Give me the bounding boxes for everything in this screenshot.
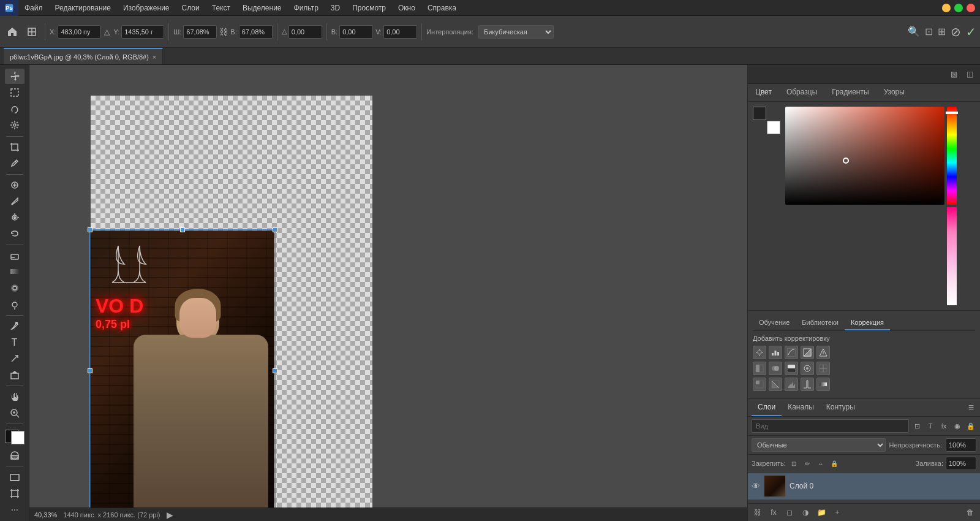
add-mask-button[interactable]: ◻ [783, 506, 796, 519]
gradient-tool[interactable] [5, 264, 24, 280]
h-input[interactable] [239, 25, 273, 39]
menu-window[interactable]: Окно [392, 0, 421, 15]
chain-icon[interactable]: ⛓ [219, 27, 228, 37]
status-arrow[interactable]: ▶ [167, 510, 173, 520]
hskew-input[interactable] [339, 25, 373, 39]
layer-filter-lock[interactable]: 🔒 [965, 420, 976, 432]
eraser-tool[interactable] [5, 248, 24, 264]
cancel-transform-button[interactable]: ⊘ [951, 25, 961, 39]
home-button[interactable] [4, 23, 21, 40]
marquee-tool[interactable] [5, 85, 24, 101]
lock-position-btn[interactable]: ✏ [802, 458, 813, 469]
color-swatches-tool[interactable] [4, 428, 26, 446]
menu-view[interactable]: Просмотр [346, 0, 392, 15]
add-group-button[interactable]: 📁 [815, 506, 827, 519]
more-tools[interactable]: ⋯ [5, 502, 24, 517]
panel-icon-1[interactable]: ▧ [947, 67, 960, 81]
maximize-button[interactable] [954, 4, 963, 12]
tab-close-button[interactable]: × [153, 53, 156, 61]
hue-spectrum[interactable] [947, 107, 957, 205]
transform-btn[interactable] [23, 23, 40, 40]
layer-visibility-toggle[interactable]: 👁 [752, 481, 760, 491]
lock-pixels-btn[interactable]: ⊡ [788, 458, 799, 469]
expand-button[interactable]: ⊞ [938, 26, 946, 37]
eyedropper-tool[interactable] [5, 156, 24, 171]
tab-paths[interactable]: Контуры [820, 399, 861, 416]
minimize-button[interactable] [942, 4, 951, 12]
lock-artboard-btn[interactable]: ↔ [815, 458, 826, 469]
photofilter-btn[interactable] [801, 362, 814, 375]
screen-mode-tool[interactable] [5, 470, 24, 485]
menu-help[interactable]: Справка [421, 0, 462, 15]
levels-btn[interactable] [769, 346, 782, 359]
vskew-input[interactable] [383, 25, 417, 39]
tab-libraries[interactable]: Библиотеки [796, 316, 845, 330]
workspace-button[interactable]: ⊡ [925, 26, 933, 37]
arrow-tool[interactable] [5, 351, 24, 367]
invert-btn[interactable] [769, 378, 782, 391]
blur-tool[interactable] [5, 281, 24, 296]
tab-swatches[interactable]: Образцы [779, 84, 824, 101]
hand-tool[interactable] [5, 389, 24, 405]
layer-filter-color[interactable]: ◉ [952, 420, 963, 432]
curves-btn[interactable] [785, 346, 798, 359]
menu-select[interactable]: Выделение [236, 0, 288, 15]
clone-tool[interactable] [5, 210, 24, 226]
saturation-spectrum[interactable] [947, 207, 957, 305]
document-tab[interactable]: p6lwc1vBGpA.jpg @ 40,3% (Слой 0, RGB/8#)… [4, 48, 163, 64]
w-input[interactable] [183, 25, 217, 39]
layer-filter-name[interactable]: T [925, 420, 936, 432]
move-tool[interactable] [5, 69, 24, 84]
fill-input[interactable] [946, 457, 976, 470]
tab-training[interactable]: Обучение [753, 316, 796, 330]
layer-filter-type[interactable]: ⊡ [911, 420, 922, 432]
tab-channels[interactable]: Каналы [782, 399, 820, 416]
y-input[interactable] [121, 25, 164, 39]
quick-mask-tool[interactable] [5, 448, 24, 463]
tab-gradients[interactable]: Градиенты [824, 84, 876, 101]
hsl-btn[interactable] [753, 362, 766, 375]
pen-tool[interactable] [5, 319, 24, 334]
gradientmap-btn[interactable] [816, 378, 830, 391]
delete-layer-button[interactable]: 🗑 [964, 506, 976, 519]
layer-item-0[interactable]: 👁 Слой 0 [748, 473, 980, 500]
add-layer-button[interactable]: + [831, 506, 843, 519]
panel-icon-2[interactable]: ◫ [963, 67, 976, 81]
menu-image[interactable]: Изображение [117, 0, 176, 15]
tab-color[interactable]: Цвет [748, 84, 779, 101]
tab-patterns[interactable]: Узоры [876, 84, 912, 101]
threshold-btn[interactable] [801, 378, 814, 391]
vibrance-btn[interactable] [816, 346, 830, 359]
opacity-input[interactable] [946, 438, 976, 452]
dodge-tool[interactable] [5, 297, 24, 312]
color-gradient-field[interactable] [785, 107, 944, 205]
menu-layers[interactable]: Слои [176, 0, 206, 15]
exposure-btn[interactable] [801, 346, 814, 359]
menu-text[interactable]: Текст [206, 0, 236, 15]
layers-panel-menu[interactable]: ≡ [966, 402, 976, 413]
rotation-input[interactable] [288, 25, 322, 39]
lasso-tool[interactable] [5, 101, 24, 116]
tab-layers[interactable]: Слои [752, 399, 782, 416]
crop-tool[interactable] [5, 139, 24, 154]
fg-color-swatch[interactable] [753, 107, 766, 120]
zoom-tool[interactable] [5, 406, 24, 421]
menu-3d[interactable]: 3D [325, 0, 346, 15]
tab-correction[interactable]: Коррекция [845, 316, 890, 330]
bg-color-swatch[interactable] [767, 121, 780, 134]
interp-select[interactable]: Бикубическая Ближайший сосед Билинейная [478, 25, 554, 39]
brightness-btn[interactable] [753, 346, 766, 359]
lock-all-btn[interactable]: 🔒 [829, 458, 840, 469]
posterize-btn[interactable] [785, 378, 798, 391]
menu-edit[interactable]: Редактирование [49, 0, 117, 15]
history-tool[interactable] [5, 226, 24, 241]
layer-filter-effect[interactable]: fx [938, 420, 949, 432]
add-style-button[interactable]: fx [767, 506, 780, 519]
shape-tool[interactable] [5, 368, 24, 383]
menu-filter[interactable]: Фильтр [288, 0, 325, 15]
colorbalance-btn[interactable] [769, 362, 782, 375]
menu-file[interactable]: Файл [18, 0, 49, 15]
heal-tool[interactable] [5, 177, 24, 192]
colorlookup-btn[interactable] [753, 378, 766, 391]
artboard-tool[interactable] [5, 486, 24, 501]
